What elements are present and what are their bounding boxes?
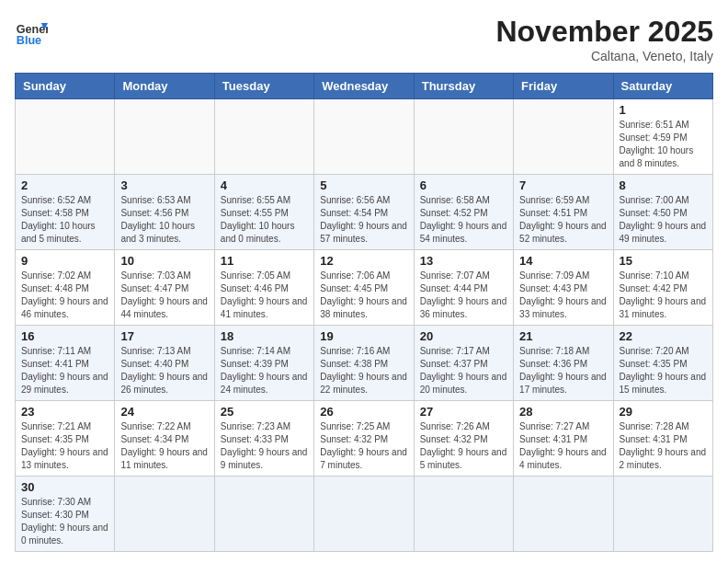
day-number: 28 [519,405,607,419]
calendar-cell [115,477,214,552]
calendar-cell [214,477,313,552]
day-number: 25 [221,405,308,419]
day-info: Sunrise: 7:21 AM Sunset: 4:35 PM Dayligh… [21,420,108,472]
day-info: Sunrise: 6:53 AM Sunset: 4:56 PM Dayligh… [120,194,208,246]
week-row-5: 23Sunrise: 7:21 AM Sunset: 4:35 PM Dayli… [16,401,713,477]
day-number: 12 [320,254,407,268]
week-row-4: 16Sunrise: 7:11 AM Sunset: 4:41 PM Dayli… [16,326,713,401]
weekday-header-tuesday: Tuesday [214,74,313,99]
weekday-header-thursday: Thursday [414,74,513,99]
day-info: Sunrise: 7:26 AM Sunset: 4:32 PM Dayligh… [420,420,507,472]
calendar-cell: 10Sunrise: 7:03 AM Sunset: 4:47 PM Dayli… [115,250,214,326]
day-info: Sunrise: 7:02 AM Sunset: 4:48 PM Dayligh… [21,270,108,321]
day-number: 2 [21,178,108,192]
day-info: Sunrise: 7:28 AM Sunset: 4:31 PM Dayligh… [620,420,707,472]
calendar-cell: 12Sunrise: 7:06 AM Sunset: 4:45 PM Dayli… [314,250,414,326]
day-number: 29 [620,405,707,419]
weekday-header-friday: Friday [514,74,613,99]
calendar-cell [214,99,313,175]
calendar-cell: 1Sunrise: 6:51 AM Sunset: 4:59 PM Daylig… [613,99,712,175]
day-number: 3 [120,178,208,192]
day-info: Sunrise: 7:14 AM Sunset: 4:39 PM Dayligh… [221,345,308,396]
day-info: Sunrise: 7:00 AM Sunset: 4:50 PM Dayligh… [620,194,707,246]
week-row-2: 2Sunrise: 6:52 AM Sunset: 4:58 PM Daylig… [16,175,713,250]
day-info: Sunrise: 7:18 AM Sunset: 4:36 PM Dayligh… [519,345,607,396]
week-row-3: 9Sunrise: 7:02 AM Sunset: 4:48 PM Daylig… [16,250,713,326]
day-number: 8 [620,178,707,192]
day-number: 9 [21,254,108,268]
weekday-header-wednesday: Wednesday [314,74,414,99]
day-info: Sunrise: 7:13 AM Sunset: 4:40 PM Dayligh… [120,345,208,396]
day-info: Sunrise: 7:03 AM Sunset: 4:47 PM Dayligh… [120,270,208,321]
weekday-header-row: SundayMondayTuesdayWednesdayThursdayFrid… [16,74,713,99]
svg-text:Blue: Blue [17,34,41,47]
day-number: 21 [519,329,607,343]
day-number: 15 [620,254,707,268]
calendar-cell: 26Sunrise: 7:25 AM Sunset: 4:32 PM Dayli… [314,401,414,477]
day-number: 14 [519,254,607,268]
calendar-cell: 29Sunrise: 7:28 AM Sunset: 4:31 PM Dayli… [613,401,712,477]
day-number: 19 [320,329,407,343]
calendar-cell: 15Sunrise: 7:10 AM Sunset: 4:42 PM Dayli… [613,250,712,326]
day-number: 18 [221,329,308,343]
calendar-cell: 25Sunrise: 7:23 AM Sunset: 4:33 PM Dayli… [214,401,313,477]
day-number: 27 [420,405,507,419]
day-info: Sunrise: 6:59 AM Sunset: 4:51 PM Dayligh… [519,194,607,246]
calendar-cell [514,99,613,175]
day-info: Sunrise: 7:07 AM Sunset: 4:44 PM Dayligh… [420,270,507,321]
day-info: Sunrise: 7:17 AM Sunset: 4:37 PM Dayligh… [420,345,507,396]
logo-icon: General Blue [15,15,48,48]
calendar-cell [314,99,414,175]
calendar-cell: 24Sunrise: 7:22 AM Sunset: 4:34 PM Dayli… [115,401,214,477]
week-row-1: 1Sunrise: 6:51 AM Sunset: 4:59 PM Daylig… [16,99,713,175]
location-subtitle: Caltana, Veneto, Italy [495,49,713,63]
day-number: 11 [221,254,308,268]
calendar-cell [314,477,414,552]
calendar-cell: 4Sunrise: 6:55 AM Sunset: 4:55 PM Daylig… [214,175,313,250]
day-number: 20 [420,329,507,343]
calendar-cell: 6Sunrise: 6:58 AM Sunset: 4:52 PM Daylig… [414,175,513,250]
day-number: 17 [120,329,208,343]
calendar-cell: 11Sunrise: 7:05 AM Sunset: 4:46 PM Dayli… [214,250,313,326]
day-info: Sunrise: 7:30 AM Sunset: 4:30 PM Dayligh… [21,496,108,547]
calendar-cell: 28Sunrise: 7:27 AM Sunset: 4:31 PM Dayli… [514,401,613,477]
calendar-cell: 20Sunrise: 7:17 AM Sunset: 4:37 PM Dayli… [414,326,513,401]
day-info: Sunrise: 6:55 AM Sunset: 4:55 PM Dayligh… [221,194,308,246]
calendar-cell [16,99,115,175]
calendar-cell [613,477,712,552]
day-info: Sunrise: 6:52 AM Sunset: 4:58 PM Dayligh… [21,194,108,246]
calendar-cell: 3Sunrise: 6:53 AM Sunset: 4:56 PM Daylig… [115,175,214,250]
day-number: 26 [320,405,407,419]
calendar-cell: 16Sunrise: 7:11 AM Sunset: 4:41 PM Dayli… [16,326,115,401]
month-title: November 2025 [495,15,713,49]
calendar-cell: 13Sunrise: 7:07 AM Sunset: 4:44 PM Dayli… [414,250,513,326]
calendar-cell: 18Sunrise: 7:14 AM Sunset: 4:39 PM Dayli… [214,326,313,401]
calendar-cell: 9Sunrise: 7:02 AM Sunset: 4:48 PM Daylig… [16,250,115,326]
day-number: 6 [420,178,507,192]
calendar-cell: 14Sunrise: 7:09 AM Sunset: 4:43 PM Dayli… [514,250,613,326]
day-number: 22 [620,329,707,343]
calendar-cell [414,99,513,175]
day-number: 7 [519,178,607,192]
calendar-cell: 23Sunrise: 7:21 AM Sunset: 4:35 PM Dayli… [16,401,115,477]
calendar-cell: 19Sunrise: 7:16 AM Sunset: 4:38 PM Dayli… [314,326,414,401]
day-number: 5 [320,178,407,192]
calendar-cell: 7Sunrise: 6:59 AM Sunset: 4:51 PM Daylig… [514,175,613,250]
calendar-cell: 8Sunrise: 7:00 AM Sunset: 4:50 PM Daylig… [613,175,712,250]
calendar-cell: 30Sunrise: 7:30 AM Sunset: 4:30 PM Dayli… [16,477,115,552]
page-header: General Blue November 2025 Caltana, Vene… [15,15,713,63]
week-row-6: 30Sunrise: 7:30 AM Sunset: 4:30 PM Dayli… [16,477,713,552]
day-number: 16 [21,329,108,343]
calendar-cell: 21Sunrise: 7:18 AM Sunset: 4:36 PM Dayli… [514,326,613,401]
calendar-cell [514,477,613,552]
day-info: Sunrise: 7:09 AM Sunset: 4:43 PM Dayligh… [519,270,607,321]
day-info: Sunrise: 6:51 AM Sunset: 4:59 PM Dayligh… [620,119,707,170]
calendar-cell [115,99,214,175]
day-number: 13 [420,254,507,268]
calendar-cell: 17Sunrise: 7:13 AM Sunset: 4:40 PM Dayli… [115,326,214,401]
calendar-cell: 5Sunrise: 6:56 AM Sunset: 4:54 PM Daylig… [314,175,414,250]
title-block: November 2025 Caltana, Veneto, Italy [495,15,713,63]
calendar-cell: 27Sunrise: 7:26 AM Sunset: 4:32 PM Dayli… [414,401,513,477]
weekday-header-saturday: Saturday [613,74,712,99]
logo: General Blue [15,15,48,48]
